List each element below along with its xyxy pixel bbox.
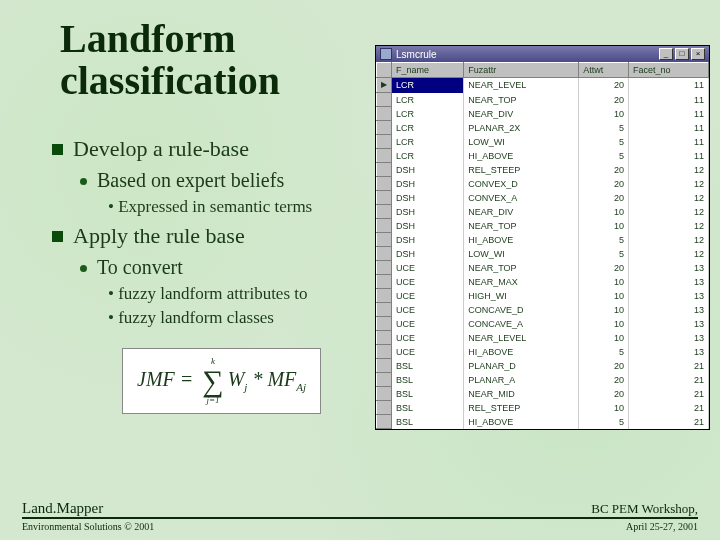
table-row[interactable]: LCRNEAR_TOP2011 (377, 93, 709, 107)
cell-attwt: 20 (579, 261, 629, 275)
row-marker (377, 387, 392, 401)
cell-attwt: 10 (579, 289, 629, 303)
table-row[interactable]: UCECONCAVE_A1013 (377, 317, 709, 331)
cell-attwt: 5 (579, 233, 629, 247)
maximize-button[interactable]: □ (675, 48, 689, 60)
slide-footer: Land.Mapper BC PEM Workshop, Environment… (0, 500, 720, 532)
data-window[interactable]: Lsmcrule _ □ × F_name Fuzattr Attwt Face… (375, 45, 710, 430)
cell-fname: UCE (392, 289, 464, 303)
table-row[interactable]: BSLHI_ABOVE521 (377, 415, 709, 429)
cell-attwt: 5 (579, 121, 629, 135)
row-marker (377, 205, 392, 219)
cell-fname: UCE (392, 317, 464, 331)
col-attwt[interactable]: Attwt (579, 63, 629, 78)
cell-fname: LCR (392, 93, 464, 107)
cell-attwt: 5 (579, 149, 629, 163)
table-row[interactable]: DSHNEAR_DIV1012 (377, 205, 709, 219)
footer-copyright: Environmental Solutions © 2001 (22, 521, 154, 532)
table-row[interactable]: UCENEAR_LEVEL1013 (377, 331, 709, 345)
cell-fuzattr: NEAR_LEVEL (464, 78, 579, 93)
table-row[interactable]: DSHREL_STEEP2012 (377, 163, 709, 177)
table-row[interactable]: UCEHI_ABOVE513 (377, 345, 709, 359)
row-marker (377, 107, 392, 121)
cell-fname: DSH (392, 247, 464, 261)
cell-facetno: 12 (629, 205, 709, 219)
table-row[interactable]: BSLPLANAR_A2021 (377, 373, 709, 387)
cell-fuzattr: CONCAVE_D (464, 303, 579, 317)
cell-facetno: 21 (629, 359, 709, 373)
table-row[interactable]: DSHCONVEX_D2012 (377, 177, 709, 191)
row-marker (377, 289, 392, 303)
cell-fuzattr: LOW_WI (464, 135, 579, 149)
col-marker[interactable] (377, 63, 392, 78)
cell-fname: DSH (392, 191, 464, 205)
row-marker (377, 121, 392, 135)
row-marker (377, 415, 392, 429)
cell-facetno: 13 (629, 261, 709, 275)
cell-facetno: 13 (629, 331, 709, 345)
col-fname[interactable]: F_name (392, 63, 464, 78)
cell-facetno: 21 (629, 401, 709, 415)
minimize-button[interactable]: _ (659, 48, 673, 60)
cell-facetno: 21 (629, 387, 709, 401)
cell-fname: BSL (392, 387, 464, 401)
table-row[interactable]: LCRNEAR_DIV1011 (377, 107, 709, 121)
cell-attwt: 20 (579, 93, 629, 107)
footer-event: BC PEM Workshop, (591, 501, 698, 516)
cell-fuzattr: NEAR_LEVEL (464, 331, 579, 345)
table-row[interactable]: DSHCONVEX_A2012 (377, 191, 709, 205)
cell-fuzattr: NEAR_MID (464, 387, 579, 401)
table-row[interactable]: UCENEAR_TOP2013 (377, 261, 709, 275)
cell-attwt: 20 (579, 191, 629, 205)
rule-table[interactable]: F_name Fuzattr Attwt Facet_no ▶LCRNEAR_L… (376, 62, 709, 429)
cell-facetno: 11 (629, 149, 709, 163)
close-button[interactable]: × (691, 48, 705, 60)
col-facetno[interactable]: Facet_no (629, 63, 709, 78)
table-row[interactable]: LCRHI_ABOVE511 (377, 149, 709, 163)
col-fuzattr[interactable]: Fuzattr (464, 63, 579, 78)
cell-attwt: 5 (579, 135, 629, 149)
row-marker (377, 359, 392, 373)
cell-fuzattr: HIGH_WI (464, 289, 579, 303)
table-row[interactable]: UCEHIGH_WI1013 (377, 289, 709, 303)
cell-fuzattr: HI_ABOVE (464, 345, 579, 359)
cell-fuzattr: NEAR_DIV (464, 205, 579, 219)
cell-fuzattr: REL_STEEP (464, 163, 579, 177)
cell-fuzattr: CONCAVE_A (464, 317, 579, 331)
table-row[interactable]: UCENEAR_MAX1013 (377, 275, 709, 289)
cell-attwt: 20 (579, 373, 629, 387)
cell-facetno: 12 (629, 247, 709, 261)
table-row[interactable]: DSHNEAR_TOP1012 (377, 219, 709, 233)
row-marker (377, 275, 392, 289)
cell-fname: LCR (392, 78, 464, 93)
cell-fname: LCR (392, 121, 464, 135)
cell-facetno: 13 (629, 275, 709, 289)
cell-fname: BSL (392, 401, 464, 415)
cell-facetno: 11 (629, 121, 709, 135)
cell-attwt: 5 (579, 415, 629, 429)
table-row[interactable]: UCECONCAVE_D1013 (377, 303, 709, 317)
cell-fname: LCR (392, 107, 464, 121)
table-row[interactable]: ▶LCRNEAR_LEVEL2011 (377, 78, 709, 93)
table-row[interactable]: DSHHI_ABOVE512 (377, 233, 709, 247)
cell-fname: LCR (392, 149, 464, 163)
table-row[interactable]: LCRPLANAR_2X511 (377, 121, 709, 135)
row-marker (377, 191, 392, 205)
table-row[interactable]: BSLPLANAR_D2021 (377, 359, 709, 373)
cell-fname: UCE (392, 303, 464, 317)
cell-facetno: 11 (629, 93, 709, 107)
cell-facetno: 12 (629, 163, 709, 177)
table-row[interactable]: BSLNEAR_MID2021 (377, 387, 709, 401)
cell-fname: UCE (392, 331, 464, 345)
cell-fname: LCR (392, 135, 464, 149)
footer-date: April 25-27, 2001 (626, 521, 698, 532)
row-marker (377, 163, 392, 177)
window-titlebar[interactable]: Lsmcrule _ □ × (376, 46, 709, 62)
cell-attwt: 20 (579, 359, 629, 373)
table-row[interactable]: LCRLOW_WI511 (377, 135, 709, 149)
cell-fuzattr: REL_STEEP (464, 401, 579, 415)
table-row[interactable]: DSHLOW_WI512 (377, 247, 709, 261)
table-row[interactable]: BSLREL_STEEP1021 (377, 401, 709, 415)
cell-facetno: 13 (629, 345, 709, 359)
cell-fname: DSH (392, 233, 464, 247)
